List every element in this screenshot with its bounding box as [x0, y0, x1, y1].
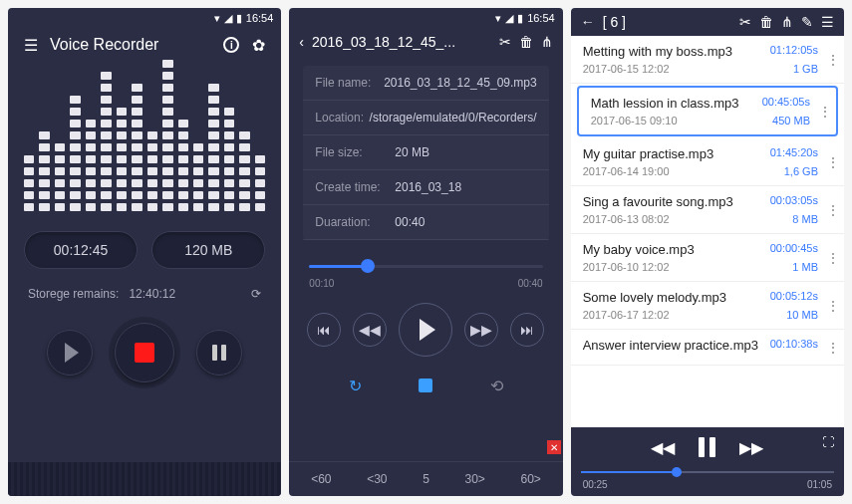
list-item[interactable]: My baby voice.mp300:00:45s2017-06-10 12:…	[571, 234, 844, 282]
seek-row: <60<30530>60>	[289, 461, 562, 496]
info-value: /storage/emulated/0/Recorders/	[370, 111, 537, 125]
play-button[interactable]	[399, 303, 452, 357]
back-icon[interactable]: ←	[581, 14, 595, 30]
pause-button[interactable]	[699, 437, 715, 457]
menu-icon[interactable]: ☰	[22, 36, 40, 54]
item-title: Metting with my boss.mp3	[583, 44, 732, 59]
close-ad-icon[interactable]: ✕	[547, 440, 561, 454]
back-icon[interactable]: ‹	[299, 34, 304, 50]
list-item[interactable]: My guitar practise.mp301:45:20s2017-06-1…	[571, 138, 844, 186]
item-menu-icon[interactable]: ⋮	[826, 58, 840, 62]
clock: 16:54	[527, 12, 555, 24]
item-title: Math lession in class.mp3	[591, 96, 739, 111]
list-header: ← [ 6 ] ✂ 🗑 ⋔ ✎ ☰	[571, 8, 844, 36]
seek-button[interactable]: <60	[311, 472, 331, 486]
stop-button[interactable]	[411, 371, 440, 400]
expand-icon[interactable]: ⛶	[822, 435, 834, 449]
info-value: 20 MB	[395, 145, 536, 159]
delete-icon[interactable]: 🗑	[759, 14, 773, 30]
info-row: Location:/storage/emulated/0/Recorders/	[303, 101, 548, 135]
fast-forward-icon[interactable]: ▶▶	[739, 438, 763, 457]
item-count: [ 6 ]	[603, 14, 731, 30]
seek-button[interactable]: <30	[367, 472, 387, 486]
item-duration: 01:12:05s	[770, 44, 832, 59]
mini-player-duration: 01:05	[807, 479, 832, 490]
list-item[interactable]: Metting with my boss.mp301:12:05s2017-06…	[571, 36, 844, 84]
item-menu-icon[interactable]: ⋮	[818, 110, 832, 114]
wifi-icon: ▾	[214, 12, 220, 25]
share-icon[interactable]: ⋔	[781, 14, 793, 30]
gear-icon[interactable]: ✿	[249, 36, 267, 54]
item-date: 2017-06-15 09:10	[591, 115, 678, 126]
item-menu-icon[interactable]: ⋮	[826, 304, 840, 308]
item-date: 2017-06-15 12:02	[583, 63, 670, 75]
share-icon[interactable]: ⋔	[541, 34, 553, 50]
recording-size: 120 MB	[151, 231, 265, 269]
refresh-icon[interactable]: ⟳	[251, 287, 261, 301]
item-menu-icon[interactable]: ⋮	[826, 208, 840, 212]
seek-button[interactable]: 5	[423, 472, 429, 486]
item-duration: 00:00:45s	[770, 242, 832, 257]
file-info-table: File name:2016_03_18_12_45_09.mp3Locatio…	[303, 66, 548, 240]
signal-icon: ◢	[505, 12, 513, 25]
item-menu-icon[interactable]: ⋮	[826, 346, 840, 350]
clock: 16:54	[246, 12, 274, 24]
info-key: Create time:	[315, 180, 395, 194]
item-size: 1,6 GB	[784, 165, 832, 177]
item-title: Sing a favourite song.mp3	[583, 194, 733, 209]
list-item[interactable]: Some lovely melody.mp300:05:12s2017-06-1…	[571, 282, 844, 330]
skip-start-icon[interactable]: ⏮	[307, 313, 341, 347]
play-button[interactable]	[47, 330, 93, 376]
seek-button[interactable]: 30>	[464, 472, 484, 486]
delete-icon[interactable]: 🗑	[519, 34, 533, 50]
item-title: My baby voice.mp3	[583, 242, 695, 257]
app-title: Voice Recorder	[50, 36, 213, 54]
list-item[interactable]: Math lession in class.mp300:45:05s2017-0…	[577, 86, 838, 136]
equalizer-display	[8, 62, 281, 221]
info-key: Duaration:	[315, 215, 395, 229]
status-bar: ▾ ◢ ▮ 16:54	[8, 8, 281, 28]
info-row: Duaration:00:40	[303, 205, 548, 240]
mini-player-slider[interactable]	[581, 465, 834, 479]
playback-position: 00:10	[309, 278, 334, 289]
list-item[interactable]: Answer interview practice.mp300:10:38s⋮	[571, 330, 844, 366]
recorder-header: ☰ Voice Recorder i ✿	[8, 28, 281, 62]
stop-record-button[interactable]	[115, 323, 174, 382]
item-date: 2017-06-13 08:02	[583, 213, 670, 225]
seek-button[interactable]: 60>	[520, 472, 540, 486]
list-item[interactable]: Sing a favourite song.mp300:03:05s2017-0…	[571, 186, 844, 234]
info-key: File name:	[315, 76, 384, 90]
info-icon[interactable]: i	[223, 37, 239, 53]
item-date: 2017-06-17 12:02	[583, 309, 670, 321]
skip-end-icon[interactable]: ⏭	[510, 313, 544, 347]
rewind-icon[interactable]: ◀◀	[353, 313, 387, 347]
storage-label: Storege remains:	[28, 287, 119, 301]
menu-icon[interactable]: ☰	[821, 14, 834, 30]
recordings-list-screen: ← [ 6 ] ✂ 🗑 ⋔ ✎ ☰ Metting with my boss.m…	[571, 8, 844, 496]
fast-forward-icon[interactable]: ▶▶	[464, 313, 498, 347]
playback-slider[interactable]	[309, 256, 542, 276]
pause-button[interactable]	[196, 330, 242, 376]
item-duration: 00:10:38s	[770, 338, 832, 353]
rewind-icon[interactable]: ◀◀	[651, 438, 675, 457]
item-title: Answer interview practice.mp3	[583, 338, 758, 353]
info-row: Create time:2016_03_18	[303, 170, 548, 205]
battery-icon: ▮	[236, 12, 242, 25]
item-title: Some lovely melody.mp3	[583, 290, 726, 305]
info-row: File size:20 MB	[303, 135, 548, 170]
edit-icon[interactable]: ✎	[801, 14, 813, 30]
item-date: 2017-06-10 12:02	[583, 261, 670, 273]
file-detail-screen: ▾ ◢ ▮ 16:54 ‹ 2016_03_18_12_45_... ✂ 🗑 ⋔…	[289, 8, 562, 496]
item-duration: 00:03:05s	[770, 194, 832, 209]
elapsed-time: 00:12:45	[24, 231, 138, 269]
mini-player-position: 00:25	[583, 479, 608, 490]
status-bar: ▾ ◢ ▮ 16:54	[289, 8, 562, 28]
cut-icon[interactable]: ✂	[739, 14, 751, 30]
repeat-icon[interactable]: ⟲	[482, 371, 512, 400]
item-menu-icon[interactable]: ⋮	[826, 160, 840, 164]
wifi-icon: ▾	[495, 12, 501, 25]
battery-icon: ▮	[517, 12, 523, 25]
replay-icon[interactable]: ↻	[340, 371, 370, 400]
item-menu-icon[interactable]: ⋮	[826, 256, 840, 260]
cut-icon[interactable]: ✂	[499, 34, 511, 50]
